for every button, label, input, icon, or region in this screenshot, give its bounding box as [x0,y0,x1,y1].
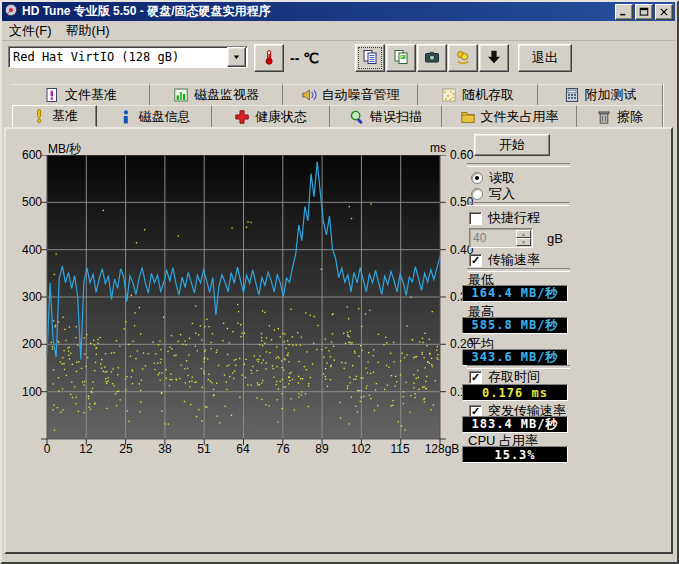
camera-icon [424,49,440,68]
erase-icon [596,109,612,125]
temperature-readout: -- ℃ [290,50,319,66]
tab-aam[interactable]: 自动噪音管理 [283,84,418,105]
x-tick: 38 [143,442,187,456]
maximize-button[interactable] [635,4,653,20]
copy-icon [362,49,378,68]
temperature-unit: ℃ [303,50,319,66]
minimize-button[interactable] [615,4,633,20]
stepper-up-icon[interactable]: ▲ [516,230,531,238]
chevron-down-icon[interactable] [227,47,246,67]
copy-image-icon [393,49,409,68]
window-title: HD Tune 专业版 5.50 - 硬盘/固态硬盘实用程序 [22,3,270,20]
close-button[interactable] [655,4,673,20]
transfer-rate-checkbox[interactable]: ✓ 传输速率 [469,251,540,269]
short-stroke-label: 快捷行程 [488,209,540,227]
drive-select[interactable]: Red Hat VirtIO (128 gB) [8,46,248,68]
y-left-tick: 500 [14,195,42,209]
y-left-tick: 400 [14,243,42,257]
transfer-rate-label: 传输速率 [488,251,540,269]
extra-tests-icon [564,87,580,103]
tab-label: 错误扫描 [370,108,422,126]
benchmark-icon [31,108,47,124]
checkbox-checked[interactable]: ✓ [469,254,482,267]
maximize-icon [639,7,649,17]
tab-disk-info[interactable]: 磁盘信息 [97,105,212,127]
screenshot-button[interactable] [417,44,447,72]
donate-icon [455,49,471,68]
exit-button[interactable]: 退出 [518,44,572,72]
short-stroke-size-stepper[interactable]: 40 ▲▼ [469,228,533,248]
x-tick: 0 [25,442,69,456]
copy-text-button[interactable] [355,44,385,72]
menu-bar: 文件(F) 帮助(H) [2,21,675,41]
write-label: 写入 [489,185,515,203]
divider [467,202,570,206]
copy-image-button[interactable] [386,44,416,72]
short-stroke-checkbox[interactable]: 快捷行程 [469,209,540,227]
divider [467,163,570,167]
tab-health[interactable]: 健康状态 [212,105,330,127]
stepper-down-icon[interactable]: ▼ [516,238,531,246]
menu-file[interactable]: 文件(F) [2,20,59,42]
tab-label: 自动噪音管理 [322,86,400,104]
y-right-axis-title: ms [430,141,446,155]
temperature-button[interactable] [254,44,284,72]
access-time-display: 0.176 ms [462,384,568,401]
tab-label: 文件基准 [65,86,117,104]
maximum-value-display: 585.8 MB/秒 [462,317,568,334]
combo-arrow-icon [231,50,242,65]
tab-strip-top: 文件基准 磁盘监视器 自动噪音管理 随机存取 附加测试 [12,84,663,105]
tab-label: 健康状态 [255,108,307,126]
folder-icon [460,109,476,125]
file-benchmark-icon [44,87,60,103]
x-tick: 12 [64,442,108,456]
scan-icon [349,109,365,125]
noise-icon [301,87,317,103]
thermometer-icon [261,49,277,68]
stepper-value: 40 [470,231,516,245]
save-button[interactable] [479,44,509,72]
tab-error-scan[interactable]: 错误扫描 [330,105,442,127]
y-left-tick: 600 [14,148,42,162]
burst-rate-display: 183.4 MB/秒 [462,416,568,433]
benchmark-chart [41,155,447,447]
info-icon [118,109,134,125]
exit-label: 退出 [532,49,558,67]
start-button[interactable]: 开始 [474,134,550,156]
x-tick: 115 [378,442,422,456]
y-left-tick: 300 [14,290,42,304]
write-radio[interactable]: 写入 [471,185,515,203]
radio-write[interactable] [471,188,483,200]
cpu-usage-display: 15.3% [462,446,568,463]
x-tick: 102 [339,442,383,456]
y-left-tick: 200 [14,337,42,351]
tab-label: 擦除 [617,108,643,126]
app-icon [4,3,18,20]
x-tick: 51 [182,442,226,456]
save-icon [486,49,502,68]
x-tick: 25 [104,442,148,456]
health-icon [234,109,250,125]
tab-label: 随机存取 [462,86,514,104]
x-tick: 64 [221,442,265,456]
radio-read[interactable] [471,172,483,184]
start-label: 开始 [499,136,525,154]
donate-button[interactable] [448,44,478,72]
tab-label: 磁盘信息 [139,108,191,126]
checkbox-unchecked[interactable] [469,212,482,225]
tab-random-access[interactable]: 随机存取 [418,84,538,105]
tab-benchmark[interactable]: 基准 [12,105,97,127]
tab-erase[interactable]: 擦除 [577,105,663,127]
menu-help[interactable]: 帮助(H) [59,20,117,42]
drive-select-value: Red Hat VirtIO (128 gB) [9,50,227,64]
disk-monitor-icon [173,87,189,103]
title-bar: HD Tune 专业版 5.50 - 硬盘/固态硬盘实用程序 [2,2,675,21]
tab-disk-monitor[interactable]: 磁盘监视器 [150,84,283,105]
tab-folder-usage[interactable]: 文件夹占用率 [442,105,577,127]
checkbox-checked[interactable]: ✓ [469,371,482,384]
tab-file-benchmark[interactable]: 文件基准 [12,84,150,105]
temperature-value: -- [290,50,299,66]
tab-extra-tests[interactable]: 附加测试 [538,84,663,105]
y-left-tick: 100 [14,385,42,399]
tab-strip-bottom: 基准 磁盘信息 健康状态 错误扫描 文件夹占用率 擦除 [12,105,663,129]
